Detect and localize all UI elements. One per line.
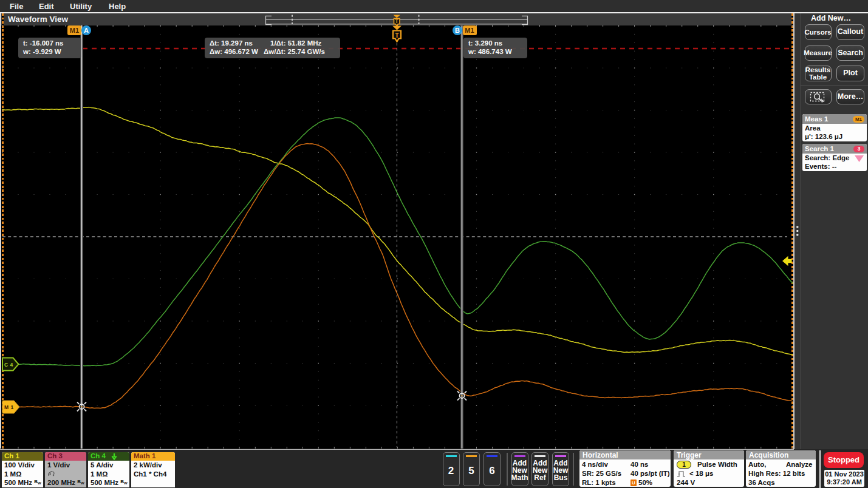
svg-text:C 4: C 4 bbox=[4, 362, 13, 368]
svg-text:M 1: M 1 bbox=[4, 404, 14, 410]
svg-text:T: T bbox=[395, 32, 399, 39]
svg-text:T: T bbox=[395, 18, 399, 24]
